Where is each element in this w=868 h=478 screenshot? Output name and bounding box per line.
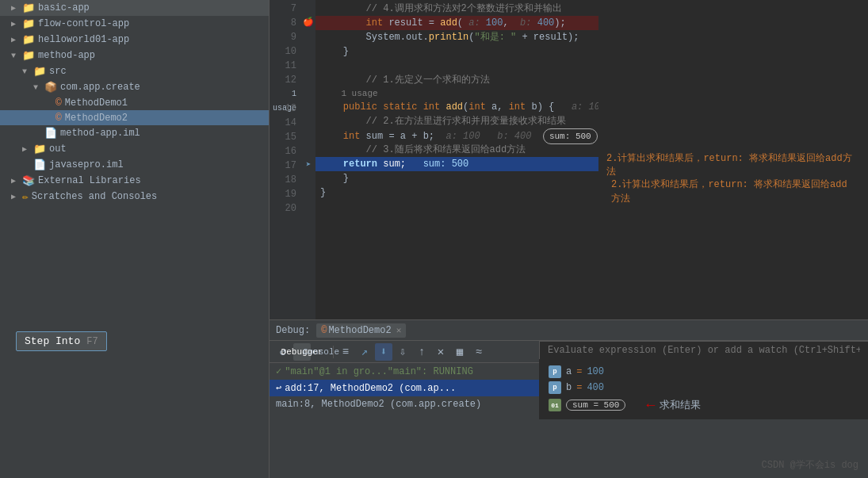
sidebar-label: External Libraries — [38, 175, 141, 186]
step-out-button[interactable]: ↑ — [413, 343, 430, 361]
var-sum-oval: sum = 500 — [566, 400, 625, 411]
sidebar-item-helloworld[interactable]: ▶ 📁 helloworld01-app — [0, 32, 269, 48]
iml-icon: 📄 — [33, 159, 46, 171]
sidebar-item-com-app-create[interactable]: ▼ 📦 com.app.create — [0, 79, 269, 95]
sidebar-label: Scratches and Consoles — [32, 191, 157, 202]
sidebar-label: basic-app — [38, 2, 90, 13]
iml-icon: 📄 — [44, 127, 57, 140]
sidebar-label: javasepro.iml — [49, 159, 124, 170]
settings-button[interactable]: ≡ — [337, 343, 354, 361]
debug-title: Debug: — [276, 325, 310, 336]
sidebar-label: src — [49, 66, 67, 77]
folder-icon: 📁 — [33, 65, 46, 78]
var-row-sum: 01 sum = 500 ← 求和结果 — [549, 396, 858, 415]
evaluate-button[interactable]: ▦ — [451, 343, 468, 361]
sidebar-item-basic-app[interactable]: ▶ 📁 basic-app — [0, 0, 269, 16]
expand-arrow — [33, 129, 44, 138]
step-into-button[interactable]: ⬇ — [375, 343, 392, 361]
debug-split: ↺ Debugger Console ≡ ↗ ⬇ ⇩ ↑ ✕ ▦ ≈ — [270, 341, 868, 419]
code-line-17: return sum; sum: 500 — [315, 157, 598, 171]
local-icon-sum: 01 — [549, 399, 561, 411]
code-line-16: // 3.随后将求和结果返回给add方法 — [315, 143, 598, 157]
code-lines: // 4.调用求和方法对2个整数进行求和并输出 int result = add… — [315, 0, 598, 319]
debug-tab-name: MethodDemo2 — [328, 325, 391, 336]
divider — [333, 346, 334, 358]
code-line-14: // 2.在方法里进行求和并用变量接收求和结果 — [315, 114, 598, 128]
debug-tab-method[interactable]: © MethodDemo2 ✕ — [316, 323, 406, 338]
eval-bar — [539, 341, 868, 359]
debug-header: Debug: © MethodDemo2 ✕ — [270, 320, 868, 341]
sidebar-item-method-app[interactable]: ▼ 📁 method-app — [0, 48, 269, 63]
var-eq: = — [576, 366, 582, 377]
folder-icon: 📚 — [22, 174, 35, 187]
run-to-cursor-button[interactable]: ✕ — [432, 343, 449, 361]
param-icon-b: p — [549, 381, 561, 394]
sidebar-label: MethodDemo2 — [65, 113, 128, 124]
folder-icon: ✏️ — [22, 190, 29, 203]
frame-label-add: add:17, MethodDemo2 (com.ap... — [285, 383, 456, 394]
watermark: CSDN @学不会is dog — [762, 458, 858, 472]
code-line-12: // 1.先定义一个求和的方法 — [315, 73, 598, 87]
expand-arrow: ▶ — [11, 176, 22, 185]
debug-tab-close-icon[interactable]: ✕ — [396, 325, 402, 335]
main-area: ▶ 📁 basic-app ▶ 📁 flow-control-app ▶ 📁 h… — [0, 0, 868, 478]
folder-icon: 📁 — [22, 17, 35, 30]
code-line-7: // 4.调用求和方法对2个整数进行求和并输出 — [315, 2, 598, 16]
sidebar-label: flow-control-app — [38, 18, 129, 29]
frame-main[interactable]: main:8, MethodDemo2 (com.app.create) — [270, 396, 539, 412]
breakpoint-marker[interactable]: 🍎 — [301, 14, 315, 29]
debug-toolbar: ↺ Debugger Console ≡ ↗ ⬇ ⇩ ↑ ✕ ▦ ≈ — [270, 341, 539, 363]
code-line-11 — [315, 59, 598, 73]
var-val-b: 400 — [587, 382, 604, 393]
console-tab[interactable]: Console — [312, 343, 330, 361]
expand-arrow: ▶ — [11, 3, 22, 13]
frames-list: ✓ "main"@1 in gro..."main": RUNNING ↩ ad… — [270, 363, 539, 419]
eval-input[interactable] — [548, 345, 860, 356]
sidebar-item-iml[interactable]: 📄 method-app.iml — [0, 125, 269, 141]
step-over-button[interactable]: ↗ — [356, 343, 373, 361]
arrow-icon: ↩ — [276, 382, 281, 394]
expand-arrow — [44, 113, 55, 122]
trace-button[interactable]: ≈ — [470, 343, 488, 361]
red-arrow-icon: ← — [646, 397, 655, 413]
sidebar-item-external-libs[interactable]: ▶ 📚 External Libraries — [0, 173, 269, 189]
var-row-a: p a = 100 — [549, 364, 858, 380]
sidebar-item-src[interactable]: ▼ 📁 src — [0, 63, 269, 79]
expand-arrow — [22, 161, 33, 170]
sum-result-label: 求和结果 — [660, 398, 701, 412]
sidebar-item-scratches[interactable]: ▶ ✏️ Scratches and Consoles — [0, 189, 269, 205]
code-line-10: } — [315, 44, 598, 59]
var-name-b: b — [566, 382, 572, 393]
code-line-usage: 1 usage — [315, 87, 598, 100]
left-debug: ↺ Debugger Console ≡ ↗ ⬇ ⇩ ↑ ✕ ▦ ≈ — [270, 341, 539, 419]
editor-area: 7 8 9 10 11 12 1 usage 13 14 15 16 17 18… — [270, 0, 868, 478]
expand-arrow: ▼ — [33, 83, 44, 92]
expand-arrow — [44, 98, 55, 107]
sidebar-item-methoddemo2[interactable]: © MethodDemo2 — [0, 110, 269, 125]
code-container: 7 8 9 10 11 12 1 usage 13 14 15 16 17 18… — [270, 0, 868, 319]
code-line-18: } — [315, 171, 598, 185]
step-into-label: Step Into — [25, 335, 80, 347]
gutter: 🍎 ➤ — [301, 0, 315, 319]
right-annotations: 2.计算出求和结果后，return: 将求和结果返回给add方法 — [598, 0, 868, 214]
folder-icon: 📁 — [22, 49, 35, 62]
step-into-tooltip: Step Into F7 — [16, 331, 107, 351]
check-icon: ✓ — [276, 365, 281, 377]
sidebar-label: MethodDemo1 — [65, 98, 128, 109]
param-icon-a: p — [549, 365, 561, 378]
frame-add[interactable]: ↩ add:17, MethodDemo2 (com.ap... — [270, 380, 539, 396]
expand-arrow: ▶ — [11, 19, 22, 29]
sidebar-item-methoddemo1[interactable]: © MethodDemo1 — [0, 95, 269, 110]
sum-oval: sum: 500 — [543, 128, 598, 144]
return-annotation: 2.计算出求和结果后，return: 将求和结果返回给add方法 — [611, 178, 855, 192]
step-into-mine-button[interactable]: ⇩ — [394, 343, 411, 361]
sidebar-item-flow-control-app[interactable]: ▶ 📁 flow-control-app — [0, 16, 269, 32]
sidebar-label: com.app.create — [60, 82, 140, 93]
folder-icon: 📁 — [33, 143, 46, 155]
code-line-15: int sum = a + b; a: 100 b: 400 sum: 500 — [315, 128, 598, 143]
return-desc-text: 2.计算出求和结果后，return: 将求和结果返回给add方法 — [606, 152, 860, 179]
code-line-8: int result = add( a: 100, b: 400); — [315, 16, 598, 30]
sidebar-item-javasepro[interactable]: 📄 javasepro.iml — [0, 157, 269, 173]
frame-running[interactable]: ✓ "main"@1 in gro..."main": RUNNING — [270, 363, 539, 380]
sidebar-item-out[interactable]: ▶ 📁 out — [0, 141, 269, 157]
